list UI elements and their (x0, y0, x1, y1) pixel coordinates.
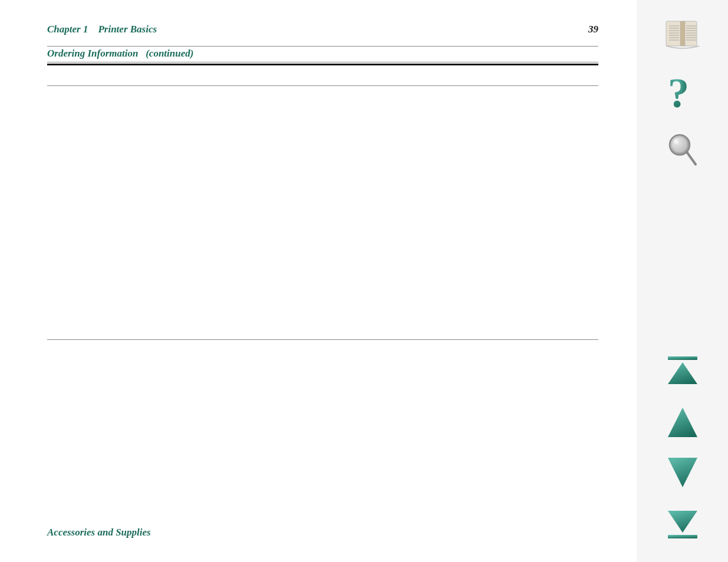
header-thin-rule (47, 46, 598, 47)
section-subtitle: (continued) (146, 48, 193, 59)
header-thick-rule (47, 64, 598, 65)
first-page-icon[interactable] (662, 350, 703, 391)
main-content: Chapter 1 Printer Basics 39 Ordering Inf… (0, 0, 634, 562)
svg-point-19 (672, 137, 687, 153)
svg-marker-23 (668, 362, 697, 384)
svg-rect-27 (668, 535, 697, 538)
svg-marker-26 (668, 511, 697, 533)
sidebar: ? (637, 0, 728, 562)
help-icon[interactable]: ? (665, 71, 700, 118)
chapter-label: Chapter 1 (47, 24, 88, 35)
header-row: Chapter 1 Printer Basics 39 (47, 24, 598, 35)
svg-point-21 (674, 139, 678, 144)
svg-marker-24 (668, 408, 697, 437)
svg-line-20 (687, 152, 696, 164)
svg-text:?: ? (668, 71, 689, 117)
footer-title: Accessories and Supplies (47, 527, 622, 538)
section-title: Ordering Information (continued) (47, 48, 598, 59)
content-top-section (47, 68, 598, 104)
content-divider-2 (47, 339, 598, 340)
search-icon[interactable] (663, 130, 701, 174)
svg-marker-25 (668, 458, 697, 487)
content-divider-1 (47, 85, 598, 86)
footer-section: Accessories and Supplies (47, 516, 622, 538)
svg-rect-22 (668, 356, 697, 360)
svg-rect-2 (680, 21, 685, 46)
section-header: Ordering Information (continued) (47, 46, 598, 65)
section-title-text: Ordering Information (47, 48, 138, 59)
book-icon[interactable] (659, 12, 706, 59)
chapter-title-text: Printer Basics (98, 24, 157, 35)
page-number: 39 (588, 24, 598, 35)
chapter-title: Chapter 1 Printer Basics (47, 24, 157, 35)
next-page-icon[interactable] (662, 453, 703, 491)
content-main-section (47, 104, 598, 339)
header-thin-rule-2 (47, 62, 598, 62)
svg-rect-0 (666, 21, 681, 46)
last-page-icon[interactable] (662, 503, 703, 544)
previous-page-icon[interactable] (662, 403, 703, 441)
